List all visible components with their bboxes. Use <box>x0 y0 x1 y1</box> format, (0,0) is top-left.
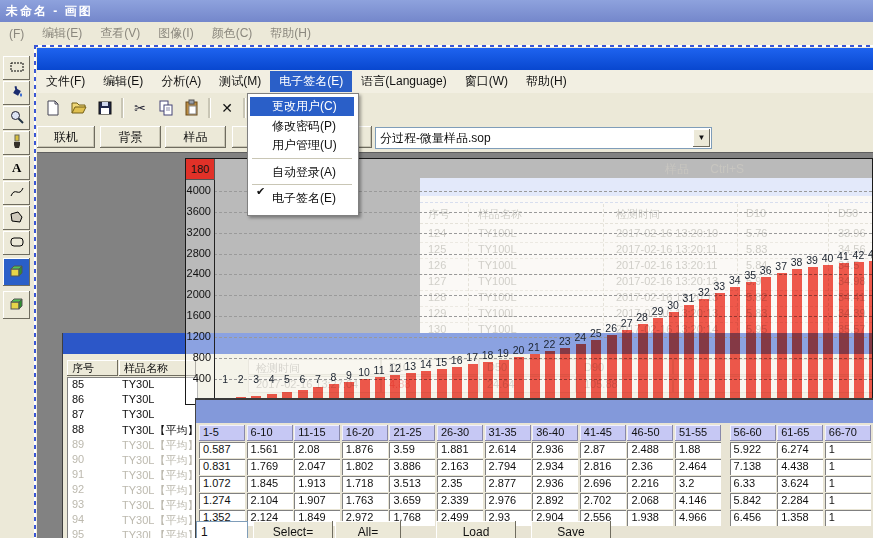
paint-tool-cube[interactable] <box>3 291 30 319</box>
dist-cell[interactable]: 1.881 <box>437 442 483 458</box>
dist-cell[interactable]: 1.274 <box>199 493 245 509</box>
dist-cell[interactable]: 5.922 <box>730 442 776 458</box>
dist-cell[interactable]: 3.513 <box>389 476 435 492</box>
menu-item-2[interactable]: 用户管理(U) <box>250 136 354 155</box>
dist-cell[interactable]: 2.976 <box>485 493 531 509</box>
paint-tool-fill[interactable] <box>3 81 30 105</box>
dist-cell[interactable]: 4.438 <box>777 459 823 475</box>
dist-cell[interactable]: 2.284 <box>777 493 823 509</box>
dist-cell[interactable]: 1.876 <box>342 442 388 458</box>
dist-cell[interactable]: 2.816 <box>580 459 626 475</box>
dist-cell[interactable]: 2.614 <box>485 442 531 458</box>
dist-cell[interactable]: 2.488 <box>627 442 673 458</box>
dist-col-header-1[interactable]: 6-10 <box>247 425 293 441</box>
dist-col-header-3[interactable]: 16-20 <box>342 425 388 441</box>
dist-cell[interactable]: 6.274 <box>777 442 823 458</box>
dist-cell[interactable]: 6.33 <box>730 476 776 492</box>
dist-cell[interactable]: 2.794 <box>485 459 531 475</box>
dist-cell[interactable]: 2.87 <box>580 442 626 458</box>
paint-tool-polygon[interactable] <box>3 206 30 230</box>
dist-cell[interactable]: 1.938 <box>627 510 673 526</box>
list-row[interactable]: 87TY30L <box>68 408 197 423</box>
dist-cell[interactable]: 2.047 <box>294 459 340 475</box>
dist-cell[interactable]: 1.358 <box>777 510 823 526</box>
paint-menu-item-5[interactable]: 帮助(H) <box>261 25 320 42</box>
dist-cell[interactable]: 3.886 <box>389 459 435 475</box>
distribution-title-bar[interactable] <box>196 400 873 423</box>
dist-cell[interactable]: 3.659 <box>389 493 435 509</box>
app-menu-item-3[interactable]: 测试(M) <box>210 71 270 92</box>
dist-col-header-13[interactable]: 66-70 <box>825 425 871 441</box>
menu-item-1[interactable]: 修改密码(P) <box>250 117 354 136</box>
dist-col-header-10[interactable]: 51-55 <box>675 425 721 441</box>
list-row-ghost[interactable]: 95TY30L【平均】 <box>68 528 197 538</box>
menu-item-4[interactable]: 电子签名(E) <box>250 189 354 208</box>
app-menu-item-7[interactable]: 帮助(H) <box>517 71 576 92</box>
list-row-ghost[interactable]: 90TY30L【平均】 <box>68 453 197 468</box>
paint-tool-brush[interactable] <box>3 131 30 155</box>
combobox-dropdown-icon[interactable]: ▼ <box>693 129 710 147</box>
dist-cell[interactable]: 1.763 <box>342 493 388 509</box>
dist-col-header-12[interactable]: 61-65 <box>777 425 823 441</box>
dist-col-header-0[interactable]: 1-5 <box>199 425 245 441</box>
paint-tool-text[interactable]: A <box>3 156 30 180</box>
dist-col-header-6[interactable]: 31-35 <box>485 425 531 441</box>
dist-cell[interactable]: 2.216 <box>627 476 673 492</box>
app-menu-item-2[interactable]: 分析(A) <box>152 71 210 92</box>
dist-cell[interactable]: 0.587 <box>199 442 245 458</box>
new-icon[interactable] <box>43 99 63 117</box>
app-menu-item-1[interactable]: 编辑(E) <box>94 71 152 92</box>
dist-cell[interactable]: 2.08 <box>294 442 340 458</box>
dist-cell[interactable]: 0.831 <box>199 459 245 475</box>
paint-menu-item-4[interactable]: 颜色(C) <box>203 25 262 42</box>
dist-cell[interactable]: 1.718 <box>342 476 388 492</box>
dist-cell[interactable]: 4.146 <box>675 493 721 509</box>
app-menu-item-6[interactable]: 窗口(W) <box>456 71 517 92</box>
dist-cell[interactable]: 1.072 <box>199 476 245 492</box>
control-button-Save[interactable]: Save <box>531 521 611 538</box>
paint-tool-curve[interactable] <box>3 181 30 205</box>
dist-cell[interactable]: 2.702 <box>580 493 626 509</box>
dist-cell[interactable]: 3.624 <box>777 476 823 492</box>
list-row-ghost[interactable]: 93TY30L【平均】 <box>68 498 197 513</box>
count-input[interactable]: 1 <box>196 521 248 538</box>
list-row-ghost[interactable]: 94TY30L【平均】 <box>68 513 197 528</box>
dist-cell[interactable]: 3.2 <box>675 476 721 492</box>
dist-cell[interactable]: 1.769 <box>247 459 293 475</box>
delete-icon[interactable]: ✕ <box>217 99 237 117</box>
control-button-Load[interactable]: Load <box>436 521 516 538</box>
dist-col-header-5[interactable]: 26-30 <box>437 425 483 441</box>
app-button-样品[interactable]: 样品 <box>165 126 226 148</box>
dist-cell[interactable]: 2.936 <box>532 442 578 458</box>
list-row-ghost[interactable]: 92TY30L【平均】 <box>68 483 197 498</box>
paste-icon[interactable] <box>182 99 202 117</box>
paint-menu-item-0[interactable]: (F) <box>0 27 33 41</box>
dist-col-header-2[interactable]: 11-15 <box>294 425 340 441</box>
list-row[interactable]: 86TY30L <box>68 393 197 408</box>
dist-cell[interactable]: 1.88 <box>675 442 721 458</box>
app-button-联机[interactable]: 联机 <box>37 126 95 148</box>
control-button-All[interactable]: All= <box>335 521 401 538</box>
paint-menu-item-3[interactable]: 图像(I) <box>149 25 202 42</box>
dist-cell[interactable]: 2.068 <box>627 493 673 509</box>
dist-cell[interactable]: 1 <box>825 442 871 458</box>
app-menu-item-5[interactable]: 语言(Language) <box>352 71 455 92</box>
copy-icon[interactable] <box>156 99 176 117</box>
dist-cell[interactable]: 2.36 <box>627 459 673 475</box>
dist-cell[interactable]: 1.845 <box>247 476 293 492</box>
app-button-背景[interactable]: 背景 <box>100 126 161 148</box>
dist-cell[interactable]: 2.877 <box>485 476 531 492</box>
selection-border-left[interactable] <box>34 45 36 538</box>
list-row[interactable]: 85TY30L <box>68 378 197 393</box>
dist-cell[interactable]: 1 <box>825 476 871 492</box>
dist-cell[interactable]: 3.59 <box>389 442 435 458</box>
dist-cell[interactable]: 1.802 <box>342 459 388 475</box>
paint-menu-item-1[interactable]: 编辑(E) <box>33 25 91 42</box>
list-row-ghost[interactable]: 89TY30L【平均】 <box>68 438 197 453</box>
dist-cell[interactable]: 2.104 <box>247 493 293 509</box>
selection-border-top[interactable] <box>34 45 873 47</box>
dist-cell[interactable]: 7.138 <box>730 459 776 475</box>
dist-cell[interactable]: 1.913 <box>294 476 340 492</box>
dist-col-header-7[interactable]: 36-40 <box>532 425 578 441</box>
list-row-ghost[interactable]: 91TY30L【平均】 <box>68 468 197 483</box>
